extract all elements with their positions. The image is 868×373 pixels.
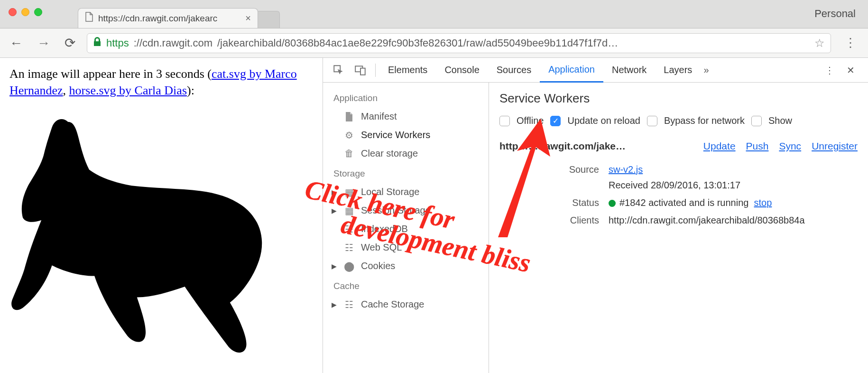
file-icon	[344, 112, 354, 122]
horse-image	[9, 101, 313, 371]
tab-title: https://cdn.rawgit.com/jakearc	[98, 13, 217, 24]
offline-label: Offline	[517, 115, 544, 126]
bypass-checkbox[interactable]	[647, 116, 657, 126]
show-checkbox[interactable]	[751, 116, 762, 126]
browser-tab-strip: https://cdn.rawgit.com/jakearc × Persona…	[0, 0, 868, 28]
inspect-icon[interactable]	[328, 64, 350, 76]
back-button[interactable]: ←	[7, 36, 26, 51]
tab-elements[interactable]: Elements	[379, 58, 436, 83]
update-label: Update on reload	[567, 115, 640, 126]
sidebar-header-application: Application	[323, 87, 489, 107]
database-icon: ☷	[344, 224, 354, 234]
sidebar-item-manifest[interactable]: Manifest	[323, 107, 489, 126]
page-icon	[85, 12, 93, 25]
sidebar-item-cookies[interactable]: ▶⬤Cookies	[323, 257, 489, 275]
window-controls	[9, 8, 42, 16]
database-icon: ☷	[344, 299, 354, 310]
new-tab-button[interactable]	[256, 11, 280, 28]
sidebar-item-clear-storage[interactable]: 🗑Clear storage	[323, 144, 489, 163]
maximize-window-button[interactable]	[34, 8, 42, 16]
link-horse-svg[interactable]: horse.svg by Carla Dias	[69, 84, 187, 97]
browser-tab[interactable]: https://cdn.rawgit.com/jakearc ×	[78, 8, 258, 28]
tabs-overflow-icon[interactable]: »	[703, 65, 709, 75]
sw-action-unregister[interactable]: Unregister	[812, 140, 858, 152]
tab-sources[interactable]: Sources	[488, 58, 540, 83]
sw-action-push[interactable]: Push	[746, 140, 769, 152]
url-host: ://cdn.rawgit.com	[134, 37, 212, 49]
devtools-menu-icon[interactable]: ⋮	[825, 65, 834, 76]
profile-label[interactable]: Personal	[814, 8, 856, 20]
source-link[interactable]: sw-v2.js	[609, 164, 643, 175]
show-label: Show	[768, 115, 792, 126]
sw-action-update[interactable]: Update	[703, 140, 736, 152]
database-icon: ☷	[344, 242, 354, 253]
sidebar-item-websql[interactable]: ☷Web SQL	[323, 238, 489, 257]
table-icon: ▦	[344, 187, 354, 197]
sidebar-item-service-workers[interactable]: ⚙Service Workers	[323, 126, 489, 144]
url-scheme: https	[106, 37, 129, 49]
lock-icon	[93, 37, 102, 49]
table-icon: ▦	[344, 205, 354, 216]
devtools-main: Service Workers Offline ✓ Update on relo…	[489, 83, 868, 373]
devtools-panel: Elements Console Sources Application Net…	[323, 58, 868, 373]
update-on-reload-checkbox[interactable]: ✓	[550, 116, 561, 126]
svg-rect-1	[360, 68, 365, 75]
sw-origin: http…….rawgit.com/jake…	[499, 140, 626, 152]
offline-checkbox[interactable]	[499, 116, 510, 126]
tab-layers[interactable]: Layers	[655, 58, 701, 83]
sidebar-header-storage: Storage	[323, 163, 489, 183]
source-label: Source	[561, 164, 599, 175]
page-text: An image will appear here in 3 seconds (	[9, 67, 212, 81]
devtools-tabstrip: Elements Console Sources Application Net…	[323, 58, 868, 83]
toolbar: ← → ⟳ https://cdn.rawgit.com/jakearchiba…	[0, 28, 868, 58]
sidebar-item-cache-storage[interactable]: ▶☷Cache Storage	[323, 295, 489, 314]
stop-link[interactable]: stop	[754, 197, 772, 208]
forward-button[interactable]: →	[34, 36, 53, 51]
cookie-icon: ⬤	[344, 261, 354, 271]
sidebar-item-indexeddb[interactable]: ☷IndexedDB	[323, 220, 489, 238]
devtools-close-icon[interactable]: ✕	[847, 65, 855, 76]
sidebar-item-session-storage[interactable]: ▶▦Session Storage	[323, 201, 489, 220]
sidebar-item-local-storage[interactable]: ▶▦Local Storage	[323, 183, 489, 201]
clients-text: http://cdn.rawgit.com/jakearchibald/8036…	[609, 215, 805, 226]
reload-button[interactable]: ⟳	[62, 36, 78, 51]
status-label: Status	[561, 197, 599, 208]
clients-label: Clients	[561, 215, 599, 226]
panel-title: Service Workers	[499, 91, 858, 106]
minimize-window-button[interactable]	[21, 8, 29, 16]
status-dot-icon	[609, 200, 616, 207]
received-text: Received 28/09/2016, 13:01:17	[609, 180, 740, 191]
tab-console[interactable]: Console	[436, 58, 488, 83]
trash-icon: 🗑	[344, 149, 354, 159]
sw-action-sync[interactable]: Sync	[779, 140, 801, 152]
page-content: An image will appear here in 3 seconds (…	[0, 58, 323, 373]
status-text: #1842 activated and is running	[619, 197, 748, 208]
close-window-button[interactable]	[9, 8, 17, 16]
address-bar[interactable]: https://cdn.rawgit.com/jakearchibald/803…	[87, 33, 831, 53]
sidebar-header-cache: Cache	[323, 275, 489, 295]
bypass-label: Bypass for network	[664, 115, 745, 126]
tab-close-icon[interactable]: ×	[245, 13, 251, 24]
browser-menu-button[interactable]: ⋮	[840, 36, 861, 50]
gear-icon: ⚙	[344, 130, 354, 140]
tab-network[interactable]: Network	[603, 58, 655, 83]
devtools-sidebar: Application Manifest ⚙Service Workers 🗑C…	[323, 83, 489, 373]
bookmark-star-icon[interactable]: ☆	[814, 37, 825, 50]
url-path: /jakearchibald/80368b84ac1ae8e229fc90b3f…	[217, 37, 618, 49]
device-toggle-icon[interactable]	[350, 64, 371, 76]
tab-application[interactable]: Application	[540, 58, 603, 83]
